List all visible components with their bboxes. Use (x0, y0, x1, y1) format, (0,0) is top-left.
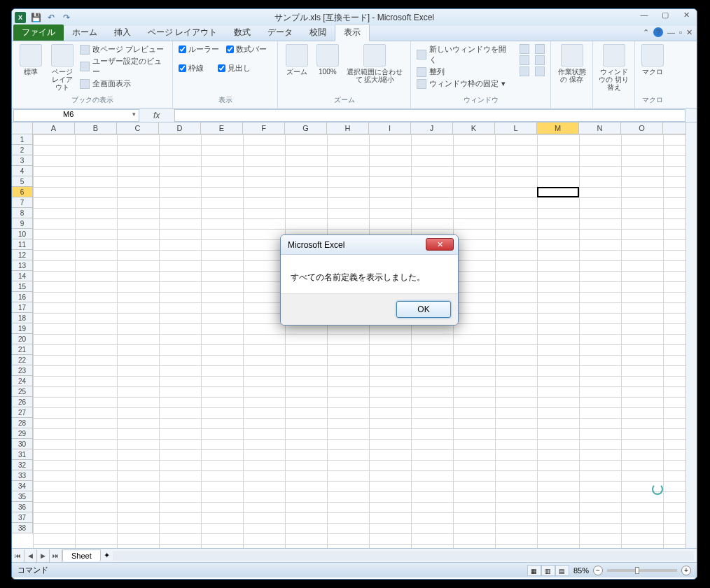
row-header[interactable]: 6 (12, 187, 32, 197)
save-icon[interactable]: 💾 (30, 12, 41, 23)
chk-formula-bar[interactable]: 数式バー (226, 44, 267, 55)
btn-zoom[interactable]: ズーム (284, 44, 310, 76)
row-header[interactable]: 31 (12, 449, 32, 460)
row-header[interactable]: 17 (12, 302, 32, 313)
row-header[interactable]: 34 (12, 481, 32, 491)
btn-arrange[interactable]: 整列 (417, 66, 511, 77)
tab-insert[interactable]: 挿入 (106, 24, 139, 41)
btn-split[interactable] (520, 44, 529, 54)
row-header[interactable]: 23 (12, 365, 32, 376)
column-header[interactable]: I (369, 122, 411, 134)
cells-area[interactable] (33, 134, 685, 548)
column-header[interactable]: M (537, 122, 579, 134)
row-header[interactable]: 5 (12, 176, 32, 187)
restore-icon[interactable]: ▫ (679, 28, 682, 36)
row-header[interactable]: 36 (12, 502, 32, 512)
minimize-icon[interactable]: — (638, 10, 650, 20)
btn-sync-scroll[interactable] (535, 55, 545, 65)
close-icon[interactable]: ✕ (680, 10, 692, 20)
sheet-tab[interactable]: Sheet (62, 550, 101, 561)
chk-headings[interactable]: 見出し (218, 63, 251, 74)
row-header[interactable]: 22 (12, 355, 32, 365)
btn-page-break-preview[interactable]: 改ページ プレビュー (80, 44, 167, 55)
select-all-corner[interactable] (12, 122, 33, 134)
tab-view[interactable]: 表示 (335, 24, 370, 41)
zoom-level[interactable]: 85% (573, 566, 589, 575)
row-header[interactable]: 33 (12, 470, 32, 481)
undo-icon[interactable]: ↶ (46, 12, 57, 23)
row-header[interactable]: 9 (12, 218, 32, 229)
row-header[interactable]: 8 (12, 208, 32, 218)
row-header[interactable]: 14 (12, 271, 32, 281)
row-header[interactable]: 13 (12, 260, 32, 271)
row-header[interactable]: 18 (12, 313, 32, 323)
active-cell[interactable] (537, 187, 579, 197)
sheet-nav-first-icon[interactable]: ⏮ (12, 550, 25, 562)
row-header[interactable]: 26 (12, 397, 32, 407)
btn-unhide[interactable] (520, 66, 529, 76)
sheet-nav-next-icon[interactable]: ▶ (37, 550, 50, 562)
row-header[interactable]: 4 (12, 166, 32, 176)
column-header[interactable]: J (411, 122, 453, 134)
row-header[interactable]: 15 (12, 281, 32, 292)
tab-review[interactable]: 校閲 (301, 24, 335, 41)
row-header[interactable]: 35 (12, 491, 32, 502)
row-header[interactable]: 11 (12, 239, 32, 250)
spreadsheet-grid[interactable]: ABCDEFGHIJKLMNO 123456789101112131415161… (12, 122, 697, 548)
tab-page-layout[interactable]: ページ レイアウト (139, 24, 225, 41)
row-header[interactable]: 1 (12, 134, 32, 145)
btn-save-workspace[interactable]: 作業状態の 保存 (557, 44, 587, 83)
dialog-close-button[interactable]: ✕ (426, 238, 454, 251)
btn-freeze-panes[interactable]: ウィンドウ枠の固定 ▾ (417, 78, 511, 89)
row-header[interactable]: 29 (12, 428, 32, 439)
row-header[interactable]: 16 (12, 292, 32, 302)
row-header[interactable]: 10 (12, 229, 32, 239)
btn-hide[interactable] (520, 55, 529, 65)
sheet-nav-last-icon[interactable]: ⏭ (50, 550, 62, 562)
help-icon[interactable]: ? (653, 27, 663, 37)
tab-data[interactable]: データ (259, 24, 301, 41)
btn-zoom-100[interactable]: 100% (314, 44, 341, 76)
btn-full-screen[interactable]: 全画面表示 (80, 78, 167, 89)
row-header[interactable]: 2 (12, 145, 32, 155)
column-header[interactable]: E (201, 122, 243, 134)
horizontal-scrollbar[interactable] (113, 551, 694, 561)
row-header[interactable]: 37 (12, 512, 32, 523)
row-header[interactable]: 20 (12, 334, 32, 344)
row-header[interactable]: 30 (12, 439, 32, 449)
column-header[interactable]: G (285, 122, 327, 134)
dialog-ok-button[interactable]: OK (396, 301, 451, 318)
column-header[interactable]: H (327, 122, 369, 134)
minimize-ribbon-icon[interactable]: ⌃ (643, 28, 649, 37)
view-page-break-icon[interactable]: ▤ (555, 565, 569, 576)
view-page-layout-icon[interactable]: ▥ (541, 565, 555, 576)
btn-zoom-selection[interactable]: 選択範囲に合わせて 拡大/縮小 (345, 44, 405, 83)
btn-reset-position[interactable] (535, 66, 545, 76)
maximize-icon[interactable]: ▢ (659, 10, 671, 20)
row-header[interactable]: 25 (12, 386, 32, 397)
zoom-in-button[interactable]: + (681, 566, 691, 575)
column-header[interactable]: A (33, 122, 75, 134)
row-header[interactable]: 32 (12, 460, 32, 470)
column-header[interactable]: K (453, 122, 495, 134)
vertical-scrollbar[interactable] (685, 122, 697, 548)
column-header[interactable]: F (243, 122, 285, 134)
row-header[interactable]: 7 (12, 197, 32, 208)
tab-formulas[interactable]: 数式 (225, 24, 259, 41)
column-header[interactable]: B (75, 122, 117, 134)
formula-bar[interactable] (174, 109, 685, 122)
row-header[interactable]: 28 (12, 418, 32, 428)
tab-file[interactable]: ファイル (13, 24, 64, 41)
btn-macros[interactable]: マクロ (641, 44, 664, 76)
row-header[interactable]: 27 (12, 407, 32, 418)
row-header[interactable]: 19 (12, 323, 32, 334)
sheet-nav-prev-icon[interactable]: ◀ (25, 550, 37, 562)
column-header[interactable]: C (117, 122, 159, 134)
close-workbook-icon[interactable]: ✕ (686, 28, 692, 37)
name-box[interactable]: M6 (13, 109, 139, 122)
row-header[interactable]: 38 (12, 523, 32, 533)
min-icon[interactable]: — (667, 28, 675, 36)
row-header[interactable]: 12 (12, 250, 32, 260)
fx-icon[interactable]: fx (153, 111, 174, 120)
row-header[interactable]: 3 (12, 155, 32, 166)
